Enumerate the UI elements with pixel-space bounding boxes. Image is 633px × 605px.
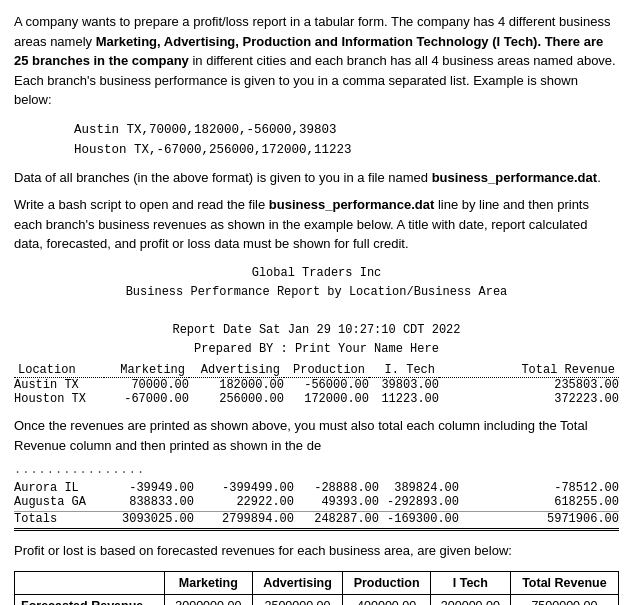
totals-label: Totals [14, 512, 104, 527]
aurora-advertising: -399499.00 [194, 481, 294, 495]
totals-itech: -169300.00 [379, 512, 459, 527]
houston-total: 372223.00 [439, 392, 619, 406]
houston-advertising: 256000.00 [189, 392, 284, 406]
totals-advertising: 2799894.00 [194, 512, 294, 527]
intro-paragraph: A company wants to prepare a profit/loss… [14, 12, 619, 110]
forecast-data-row: Forecasted Revenue 3000000.00 2500000.00… [15, 594, 619, 605]
narrative-text-content: Once the revenues are printed as shown a… [14, 418, 588, 453]
augusta-marketing: 838833.00 [104, 495, 194, 509]
augusta-advertising: 22922.00 [194, 495, 294, 509]
austin-marketing: 70000.00 [104, 378, 189, 393]
narrative-paragraph: Once the revenues are printed as shown a… [14, 416, 619, 455]
forecast-header-row: Marketing Advertising Production I Tech … [15, 571, 619, 594]
forecast-row-label: Forecasted Revenue [15, 594, 165, 605]
dots-separator: ................ [14, 463, 619, 477]
austin-advertising: 182000.00 [189, 378, 284, 393]
augusta-itech: -292893.00 [379, 495, 459, 509]
col-production-header: Production [284, 363, 369, 377]
forecast-advertising-value: 2500000.00 [252, 594, 343, 605]
double-divider-row [14, 526, 619, 530]
report-header: Global Traders Inc Business Performance … [14, 264, 619, 360]
austin-itech: 39803.00 [369, 378, 439, 393]
aurora-marketing: -39949.00 [104, 481, 194, 495]
report-prepared-by: Prepared BY : Print Your Name Here [14, 340, 619, 359]
forecast-col-marketing: Marketing [165, 571, 253, 594]
col-total-header: Total Revenue [439, 363, 619, 377]
table-row: Austin TX 70000.00 182000.00 -56000.00 3… [14, 378, 619, 393]
totals-production: 248287.00 [294, 512, 379, 527]
forecast-col-total: Total Revenue [510, 571, 618, 594]
report-section: Global Traders Inc Business Performance … [14, 264, 619, 407]
example-code: Austin TX,70000,182000,-56000,39803 Hous… [74, 120, 619, 160]
file-desc-end: . [597, 170, 601, 185]
intro-bold-1: Marketing, Advertising, Production and I… [96, 34, 541, 49]
example-line-1: Austin TX,70000,182000,-56000,39803 [74, 120, 619, 140]
report-data-table: Location Marketing Advertising Productio… [14, 363, 619, 406]
forecast-table: Marketing Advertising Production I Tech … [14, 571, 619, 605]
totals-row: Totals 3093025.00 2799894.00 248287.00 -… [14, 512, 619, 527]
augusta-location: Augusta GA [14, 495, 104, 509]
totals-total: 5971906.00 [459, 512, 619, 527]
aurora-total: -78512.00 [459, 481, 619, 495]
report-title-2: Business Performance Report by Location/… [14, 283, 619, 302]
augusta-production: 49393.00 [294, 495, 379, 509]
totals-marketing: 3093025.00 [104, 512, 194, 527]
forecast-col-empty [15, 571, 165, 594]
aurora-location: Aurora IL [14, 481, 104, 495]
task-filename-bold: business_performance.dat [269, 197, 434, 212]
profit-description: Profit or lost is based on forecasted re… [14, 541, 619, 561]
aurora-production: -28888.00 [294, 481, 379, 495]
austin-production: -56000.00 [284, 378, 369, 393]
col-location-header: Location [14, 363, 104, 377]
forecast-col-production: Production [343, 571, 431, 594]
task-description: Write a bash script to open and read the… [14, 195, 619, 254]
col-advertising-header: Advertising [189, 363, 284, 377]
aurora-itech: 389824.00 [379, 481, 459, 495]
example-line-2: Houston TX,-67000,256000,172000,11223 [74, 140, 619, 160]
forecast-marketing-value: 3000000.00 [165, 594, 253, 605]
file-name-bold: business_performance.dat [432, 170, 597, 185]
report-date-line: Report Date Sat Jan 29 10:27:10 CDT 2022 [14, 321, 619, 340]
col-marketing-header: Marketing [104, 363, 189, 377]
houston-production: 172000.00 [284, 392, 369, 406]
houston-itech: 11223.00 [369, 392, 439, 406]
task-text-start: Write a bash script to open and read the… [14, 197, 269, 212]
totals-table: Aurora IL -39949.00 -399499.00 -28888.00… [14, 481, 619, 531]
houston-location: Houston TX [14, 392, 104, 406]
forecast-col-itech: I Tech [430, 571, 510, 594]
file-description: Data of all branches (in the above forma… [14, 168, 619, 188]
forecast-col-advertising: Advertising [252, 571, 343, 594]
table-row: Aurora IL -39949.00 -399499.00 -28888.00… [14, 481, 619, 495]
file-desc-text: Data of all branches (in the above forma… [14, 170, 432, 185]
austin-location: Austin TX [14, 378, 104, 393]
table-row: Houston TX -67000.00 256000.00 172000.00… [14, 392, 619, 406]
table-row: Augusta GA 838833.00 22922.00 49393.00 -… [14, 495, 619, 509]
table-header-row: Location Marketing Advertising Productio… [14, 363, 619, 377]
houston-marketing: -67000.00 [104, 392, 189, 406]
augusta-total: 618255.00 [459, 495, 619, 509]
forecast-production-value: 400000.00 [343, 594, 431, 605]
forecast-itech-value: 200000.00 [430, 594, 510, 605]
forecast-total-value: 7500000.00 [510, 594, 618, 605]
report-title-1: Global Traders Inc [14, 264, 619, 283]
totals-section: Aurora IL -39949.00 -399499.00 -28888.00… [14, 481, 619, 531]
profit-section: Profit or lost is based on forecasted re… [14, 541, 619, 605]
austin-total: 235803.00 [439, 378, 619, 393]
col-itech-header: I. Tech [369, 363, 439, 377]
